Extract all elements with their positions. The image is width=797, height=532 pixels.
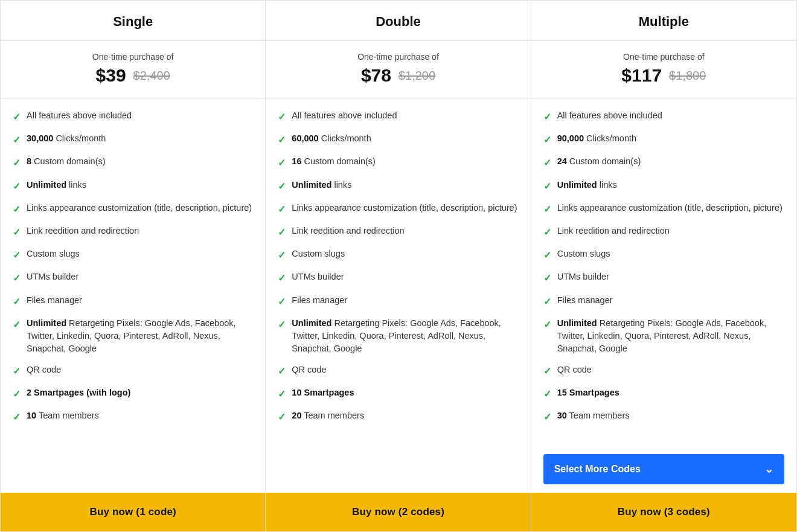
price-current-double: $78 bbox=[361, 65, 391, 86]
plan-pricing-multiple: One-time purchase of $117 $1,800 bbox=[531, 41, 796, 98]
feature-text: 10 Team members bbox=[27, 409, 99, 422]
check-icon: ✓ bbox=[543, 387, 551, 401]
check-icon: ✓ bbox=[13, 410, 21, 424]
feature-item: ✓ UTMs builder bbox=[278, 271, 518, 285]
feature-text: Links appearance customization (title, d… bbox=[27, 202, 252, 214]
buy-button-double[interactable]: Buy now (2 codes) bbox=[266, 493, 530, 531]
feature-item: ✓ Unlimited Retargeting Pixels: Google A… bbox=[543, 317, 784, 355]
check-icon: ✓ bbox=[278, 318, 286, 332]
check-icon: ✓ bbox=[543, 133, 551, 147]
plan-footer-single bbox=[1, 483, 265, 493]
plan-header-multiple: Multiple bbox=[531, 1, 796, 41]
select-more-button-multiple[interactable]: Select More Codes ⌄ bbox=[543, 454, 784, 484]
plan-pricing-double: One-time purchase of $78 $1,200 bbox=[266, 41, 530, 98]
feature-item: ✓ Unlimited links bbox=[13, 179, 253, 193]
plan-title-double: Double bbox=[376, 14, 421, 29]
feature-item: ✓ Unlimited Retargeting Pixels: Google A… bbox=[13, 317, 253, 355]
check-icon: ✓ bbox=[543, 295, 551, 309]
feature-item: ✓ 8 Custom domain(s) bbox=[13, 155, 253, 170]
feature-text: All features above included bbox=[557, 109, 662, 122]
feature-text: Custom slugs bbox=[557, 248, 610, 260]
check-icon: ✓ bbox=[13, 364, 21, 378]
feature-item: ✓ Unlimited links bbox=[543, 179, 784, 193]
feature-text: UTMs builder bbox=[292, 271, 344, 283]
plan-col-single: Single One-time purchase of $39 $2,400 ✓… bbox=[1, 1, 266, 531]
feature-text: 8 Custom domain(s) bbox=[27, 155, 106, 168]
feature-text: Links appearance customization (title, d… bbox=[557, 202, 783, 214]
chevron-down-icon: ⌄ bbox=[764, 463, 773, 476]
feature-text: Custom slugs bbox=[27, 248, 80, 260]
feature-item: ✓ UTMs builder bbox=[543, 271, 784, 285]
feature-text: 16 Custom domain(s) bbox=[292, 155, 376, 168]
one-time-label-multiple: One-time purchase of bbox=[543, 52, 784, 62]
feature-item: ✓ 16 Custom domain(s) bbox=[278, 155, 518, 170]
feature-text: Files manager bbox=[27, 294, 82, 307]
check-icon: ✓ bbox=[13, 202, 21, 216]
check-icon: ✓ bbox=[543, 225, 551, 239]
plan-col-double: Double One-time purchase of $78 $1,200 ✓… bbox=[266, 1, 531, 531]
feature-item: ✓ 90,000 Clicks/month bbox=[543, 132, 784, 147]
check-icon: ✓ bbox=[278, 110, 286, 124]
feature-text: Unlimited Retargeting Pixels: Google Ads… bbox=[292, 317, 518, 355]
check-icon: ✓ bbox=[543, 110, 551, 124]
check-icon: ✓ bbox=[543, 202, 551, 216]
check-icon: ✓ bbox=[13, 387, 21, 401]
plan-col-multiple: Multiple One-time purchase of $117 $1,80… bbox=[531, 1, 796, 531]
feature-item: ✓ 15 Smartpages bbox=[543, 386, 784, 401]
check-icon: ✓ bbox=[278, 202, 286, 216]
plan-features-multiple: ✓ All features above included ✓ 90,000 C… bbox=[531, 98, 796, 444]
feature-text: Unlimited Retargeting Pixels: Google Ads… bbox=[557, 317, 784, 355]
buy-button-multiple[interactable]: Buy now (3 codes) bbox=[531, 493, 796, 531]
feature-item: ✓ Files manager bbox=[278, 294, 518, 309]
feature-item: ✓ 30,000 Clicks/month bbox=[13, 132, 253, 147]
feature-item: ✓ Custom slugs bbox=[278, 248, 518, 262]
check-icon: ✓ bbox=[13, 248, 21, 262]
feature-item: ✓ UTMs builder bbox=[13, 271, 253, 285]
plan-title-single: Single bbox=[113, 14, 153, 29]
feature-text: UTMs builder bbox=[557, 271, 609, 283]
feature-item: ✓ 20 Team members bbox=[278, 409, 518, 424]
feature-item: ✓ All features above included bbox=[278, 109, 518, 124]
feature-item: ✓ Links appearance customization (title,… bbox=[13, 202, 253, 216]
plan-footer-double bbox=[266, 483, 530, 493]
check-icon: ✓ bbox=[278, 271, 286, 285]
feature-text: Unlimited links bbox=[27, 179, 86, 191]
feature-item: ✓ QR code bbox=[278, 364, 518, 378]
feature-text: Link reedition and redirection bbox=[27, 225, 139, 237]
plan-header-single: Single bbox=[1, 1, 265, 41]
check-icon: ✓ bbox=[278, 156, 286, 170]
feature-text: 2 Smartpages (with logo) bbox=[27, 386, 130, 399]
feature-item: ✓ 2 Smartpages (with logo) bbox=[13, 386, 253, 401]
feature-item: ✓ 24 Custom domain(s) bbox=[543, 155, 784, 170]
one-time-label-double: One-time purchase of bbox=[278, 52, 518, 62]
plan-features-single: ✓ All features above included ✓ 30,000 C… bbox=[1, 98, 265, 483]
feature-text: All features above included bbox=[292, 109, 397, 122]
check-icon: ✓ bbox=[278, 179, 286, 193]
check-icon: ✓ bbox=[543, 156, 551, 170]
feature-text: Files manager bbox=[292, 294, 347, 307]
plan-footer-multiple: Select More Codes ⌄ bbox=[531, 444, 796, 493]
feature-text: 60,000 Clicks/month bbox=[292, 132, 371, 145]
feature-item: ✓ Custom slugs bbox=[13, 248, 253, 262]
feature-text: Custom slugs bbox=[292, 248, 345, 260]
feature-item: ✓ Link reedition and redirection bbox=[543, 225, 784, 239]
feature-text: 24 Custom domain(s) bbox=[557, 155, 641, 168]
one-time-label-single: One-time purchase of bbox=[13, 52, 253, 62]
feature-text: QR code bbox=[27, 364, 61, 376]
feature-item: ✓ QR code bbox=[543, 364, 784, 378]
check-icon: ✓ bbox=[278, 248, 286, 262]
price-original-single: $2,400 bbox=[133, 69, 170, 83]
check-icon: ✓ bbox=[13, 225, 21, 239]
feature-text: 20 Team members bbox=[292, 409, 364, 422]
feature-text: 10 Smartpages bbox=[292, 386, 354, 399]
feature-text: All features above included bbox=[27, 109, 132, 122]
feature-item: ✓ All features above included bbox=[13, 109, 253, 124]
feature-text: Link reedition and redirection bbox=[292, 225, 404, 237]
plan-features-double: ✓ All features above included ✓ 60,000 C… bbox=[266, 98, 530, 483]
buy-button-single[interactable]: Buy now (1 code) bbox=[1, 493, 265, 531]
check-icon: ✓ bbox=[13, 318, 21, 332]
feature-item: ✓ Files manager bbox=[543, 294, 784, 309]
check-icon: ✓ bbox=[543, 271, 551, 285]
check-icon: ✓ bbox=[543, 179, 551, 193]
feature-text: QR code bbox=[292, 364, 326, 376]
